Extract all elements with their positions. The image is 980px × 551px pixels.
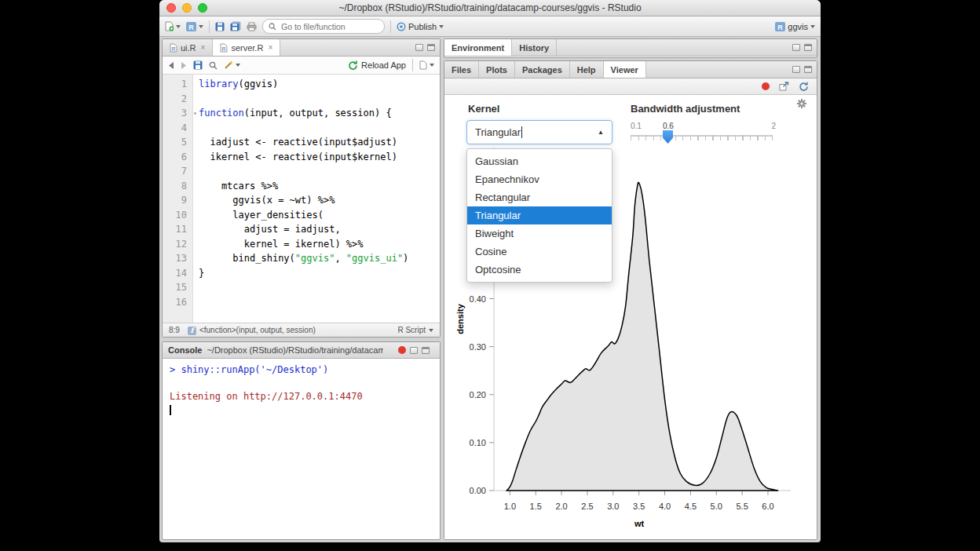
- tab-plots[interactable]: Plots: [479, 61, 515, 78]
- minimize-pane-button[interactable]: [792, 66, 800, 73]
- find-icon[interactable]: [209, 61, 218, 70]
- project-cube-icon: R: [186, 22, 196, 31]
- save-all-icon: [230, 21, 241, 31]
- code-editor[interactable]: 1library(ggvis)23▾function(input, output…: [163, 75, 440, 326]
- dropdown-option[interactable]: Biweight: [467, 224, 612, 243]
- console-caret-line: [170, 403, 433, 417]
- reload-icon: [348, 60, 358, 71]
- maximize-pane-button[interactable]: [427, 44, 435, 51]
- svg-text:1.5: 1.5: [530, 502, 542, 511]
- svg-text:R: R: [172, 46, 176, 52]
- shiny-app: Kernel Triangular ▲ Bandwidth adjustment…: [444, 95, 817, 540]
- svg-text:4.0: 4.0: [659, 502, 671, 511]
- toolbar-separator: [209, 20, 210, 33]
- dropdown-option[interactable]: Epanechnikov: [467, 170, 612, 188]
- minimize-window-button[interactable]: [182, 3, 192, 13]
- chevron-up-icon: ▲: [598, 129, 604, 136]
- source-menu-button[interactable]: [419, 60, 434, 70]
- maximize-pane-button[interactable]: [804, 44, 812, 51]
- dropdown-option[interactable]: Rectangular: [467, 188, 612, 206]
- svg-text:0.20: 0.20: [470, 390, 486, 400]
- project-label: ggvis: [788, 22, 808, 31]
- console-blank-line: [170, 377, 433, 390]
- pane-window-buttons: [398, 346, 434, 354]
- chevron-down-icon: [810, 25, 815, 28]
- text-caret: [521, 126, 522, 138]
- minimize-pane-button[interactable]: [410, 347, 418, 354]
- minimize-pane-button[interactable]: [792, 44, 800, 51]
- reload-app-button[interactable]: Reload App: [348, 60, 406, 71]
- save-all-button[interactable]: [230, 21, 241, 31]
- svg-text:0.30: 0.30: [470, 342, 486, 352]
- minimize-pane-button[interactable]: [415, 44, 423, 51]
- back-icon[interactable]: [168, 62, 174, 69]
- editor-toolbar: Reload App: [163, 57, 440, 75]
- tab-viewer[interactable]: Viewer: [604, 61, 646, 78]
- kernel-select[interactable]: Triangular ▲: [466, 120, 612, 144]
- gear-icon[interactable]: [796, 98, 807, 109]
- close-tab-icon[interactable]: ×: [201, 43, 206, 52]
- forward-icon[interactable]: [181, 62, 187, 69]
- dropdown-option[interactable]: Cosine: [467, 243, 612, 261]
- close-window-button[interactable]: [166, 3, 176, 13]
- svg-text:3.0: 3.0: [607, 502, 619, 511]
- svg-text:0.00: 0.00: [470, 486, 486, 495]
- dropdown-option-selected[interactable]: Triangular: [467, 206, 612, 224]
- chevron-down-icon: [236, 64, 240, 67]
- publish-label: Publish: [408, 22, 437, 31]
- file-type-menu[interactable]: R Script: [397, 326, 433, 334]
- pane-window-buttons: [792, 61, 817, 78]
- tab-label: server.R: [231, 43, 263, 53]
- open-in-new-window-button[interactable]: [779, 82, 789, 91]
- reload-app-label: Reload App: [361, 60, 406, 70]
- tab-environment[interactable]: Environment: [444, 39, 512, 56]
- tab-history[interactable]: History: [512, 39, 557, 56]
- kernel-dropdown: Gaussian Epanechnikov Rectangular Triang…: [466, 148, 612, 283]
- chevron-down-icon: [439, 25, 444, 28]
- source-pane: R ui.R × R server.R ×: [162, 38, 441, 338]
- toolbar-separator: [412, 59, 413, 71]
- bandwidth-label: Bandwidth adjustment: [631, 103, 740, 115]
- toolbar-separator: [390, 20, 391, 33]
- publish-button[interactable]: Publish: [397, 22, 444, 31]
- goto-file-input[interactable]: [280, 21, 373, 32]
- maximize-pane-button[interactable]: [804, 66, 812, 73]
- svg-text:4.5: 4.5: [685, 502, 697, 511]
- tab-ui-r[interactable]: R ui.R ×: [163, 39, 213, 56]
- refresh-button[interactable]: [799, 82, 809, 92]
- print-button[interactable]: [247, 22, 257, 31]
- goto-file-search[interactable]: [262, 19, 385, 34]
- magic-wand-icon: [224, 60, 233, 70]
- editor-lines: 1library(ggvis)23▾function(input, output…: [163, 77, 440, 309]
- zoom-window-button[interactable]: [198, 3, 207, 13]
- tab-server-r[interactable]: R server.R ×: [213, 39, 280, 56]
- new-file-button[interactable]: [165, 21, 181, 31]
- dropdown-option[interactable]: Optcosine: [467, 261, 612, 279]
- tab-packages[interactable]: Packages: [515, 61, 570, 78]
- tab-label: Files: [452, 65, 471, 75]
- chevron-down-icon: [199, 25, 203, 28]
- svg-text:6.0: 6.0: [762, 502, 773, 511]
- tab-label: Help: [577, 65, 596, 75]
- scope-indicator[interactable]: f<function>(input, output, session): [188, 326, 316, 335]
- save-button[interactable]: [215, 22, 225, 31]
- stop-app-button[interactable]: [762, 82, 770, 90]
- svg-text:2.0: 2.0: [555, 502, 567, 511]
- dropdown-option[interactable]: Gaussian: [467, 152, 612, 170]
- save-icon[interactable]: [193, 60, 203, 70]
- console-header: Console ~/Dropbox (RStudio)/RStudio/trai…: [163, 342, 440, 359]
- code-tools-button[interactable]: [224, 60, 240, 70]
- console-output[interactable]: > shiny::runApp('~/Desktop') Listening o…: [163, 359, 440, 421]
- tab-files[interactable]: Files: [444, 61, 479, 78]
- project-menu-button[interactable]: R ggvis: [775, 22, 815, 31]
- search-icon: [269, 23, 276, 31]
- new-project-button[interactable]: R: [186, 22, 203, 31]
- close-tab-icon[interactable]: ×: [268, 43, 272, 52]
- console-input-line: > shiny::runApp('~/Desktop'): [170, 363, 433, 377]
- tab-help[interactable]: Help: [570, 61, 604, 78]
- maximize-pane-button[interactable]: [422, 347, 430, 354]
- environment-pane: Environment History: [444, 38, 817, 58]
- slider-handle[interactable]: [663, 130, 673, 144]
- print-icon: [247, 22, 257, 31]
- stop-button[interactable]: [398, 346, 406, 354]
